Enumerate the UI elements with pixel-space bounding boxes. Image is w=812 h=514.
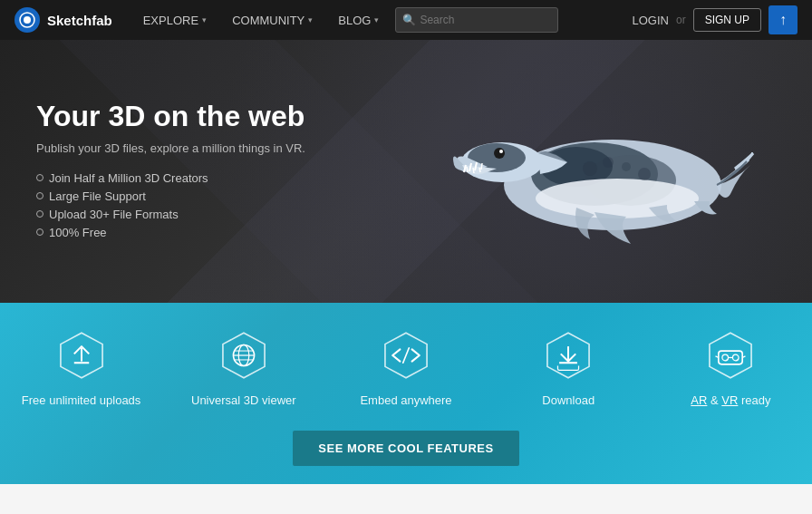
list-item: 100% Free: [36, 226, 305, 239]
chevron-down-icon: ▾: [202, 15, 207, 24]
features-strip: Free unlimited uploads Universal 3D view…: [0, 303, 812, 484]
search-wrapper: 🔍: [395, 7, 558, 33]
feature-uploads: Free unlimited uploads: [18, 330, 144, 409]
svg-marker-36: [710, 333, 751, 377]
svg-line-12: [481, 163, 482, 170]
list-item: Large File Support: [36, 189, 305, 203]
bullet-icon: [36, 228, 44, 236]
feature-viewer: Universal 3D viewer: [180, 330, 306, 409]
hero-subtitle: Publish your 3D files, explore a million…: [36, 141, 305, 155]
svg-point-21: [638, 168, 651, 180]
hero-section: Your 3D on the web Publish your 3D files…: [0, 40, 812, 303]
feature-arvr: AR & VR ready: [668, 330, 794, 409]
feature-embed-label: Embed anywhere: [360, 393, 451, 409]
svg-point-39: [733, 354, 740, 361]
svg-point-1: [24, 16, 31, 24]
svg-line-13: [467, 167, 468, 172]
login-button[interactable]: LOGIN: [633, 14, 669, 27]
logo-area[interactable]: Sketchfab: [14, 7, 112, 33]
chevron-down-icon: ▾: [374, 15, 379, 24]
feature-viewer-label: Universal 3D viewer: [191, 393, 296, 409]
bullet-icon: [36, 192, 44, 199]
list-item: Upload 30+ File Formats: [36, 208, 305, 221]
hero-content: Your 3D on the web Publish your 3D files…: [36, 99, 305, 243]
feature-download-label: Download: [542, 393, 594, 409]
nav-explore[interactable]: EXPLORE ▾: [134, 0, 216, 40]
svg-line-32: [403, 348, 410, 363]
signup-button[interactable]: SIGN UP: [693, 8, 761, 32]
svg-point-19: [603, 157, 614, 168]
logo-text: Sketchfab: [47, 13, 112, 28]
svg-line-15: [479, 168, 480, 172]
search-icon: 🔍: [402, 14, 416, 26]
svg-point-18: [583, 161, 597, 176]
bullet-icon: [36, 174, 44, 181]
feature-arvr-label: AR & VR ready: [691, 393, 770, 409]
code-hex-icon: [381, 330, 431, 384]
upload-icon: ↑: [779, 12, 787, 28]
bottom-section: Explore a million things in 3D and Virtu…: [0, 484, 812, 514]
svg-point-20: [622, 162, 631, 171]
svg-point-6: [536, 179, 699, 218]
svg-point-16: [494, 148, 505, 159]
globe-hex-icon: [218, 330, 269, 384]
hero-title: Your 3D on the web: [36, 99, 305, 133]
chevron-down-icon: ▾: [308, 15, 313, 24]
vr-link[interactable]: VR: [721, 393, 738, 407]
nav-blog[interactable]: BLOG ▾: [329, 0, 388, 40]
vr-hex-icon: [705, 330, 756, 384]
feature-uploads-label: Free unlimited uploads: [22, 393, 141, 409]
svg-point-38: [722, 354, 729, 361]
or-separator: or: [676, 14, 686, 26]
upload-button[interactable]: ↑: [768, 5, 798, 34]
hero-creature: [450, 67, 758, 276]
navbar: Sketchfab EXPLORE ▾ COMMUNITY ▾ BLOG ▾ 🔍…: [0, 0, 812, 40]
svg-point-17: [499, 150, 503, 153]
search-input[interactable]: [395, 7, 558, 33]
svg-line-14: [473, 168, 474, 173]
list-item: Join Half a Million 3D Creators: [36, 171, 305, 185]
feature-download: Download: [506, 330, 632, 409]
feature-embed: Embed anywhere: [343, 330, 469, 409]
see-more-button[interactable]: SEE MORE COOL FEATURES: [293, 431, 518, 466]
upload-hex-icon: [56, 330, 107, 384]
creature-illustration: [450, 67, 758, 276]
nav-right: LOGIN or SIGN UP ↑: [633, 5, 798, 34]
features-row: Free unlimited uploads Universal 3D view…: [18, 330, 794, 409]
bullet-icon: [36, 210, 44, 218]
hero-features-list: Join Half a Million 3D Creators Large Fi…: [36, 171, 305, 239]
logo-icon: [14, 7, 40, 33]
download-hex-icon: [543, 330, 594, 384]
nav-community[interactable]: COMMUNITY ▾: [223, 0, 322, 40]
ar-link[interactable]: AR: [691, 393, 707, 407]
